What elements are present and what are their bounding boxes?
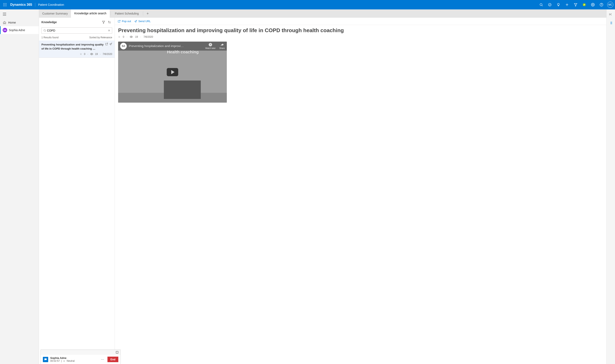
search-icon [43, 29, 46, 32]
session-name: Sophia Adne [9, 28, 25, 32]
svg-point-2 [6, 3, 7, 4]
knowledge-search-box[interactable]: ✕ [41, 27, 112, 34]
popout-button[interactable]: Pop out [118, 20, 131, 23]
task-icon[interactable] [546, 1, 554, 9]
tab-knowledge-search[interactable]: Knowledge article search [71, 9, 109, 18]
app-title: Dynamics 365 [10, 3, 35, 7]
user-avatar[interactable]: MC [607, 2, 613, 8]
session-widget-name: Sophia Adne [50, 356, 98, 360]
svg-point-25 [44, 29, 45, 31]
results-count: 1 Results found [41, 36, 58, 39]
svg-marker-14 [574, 3, 577, 6]
article-date: 7/6/2020 [144, 35, 153, 38]
svg-marker-24 [102, 21, 105, 24]
watch-later-icon[interactable]: Watch later [205, 43, 216, 49]
header-actions: MC [537, 1, 613, 9]
home-icon [3, 21, 6, 24]
left-sidebar: Home SA Sophia Adne [0, 9, 39, 364]
end-button[interactable]: End [108, 357, 118, 362]
svg-point-0 [3, 3, 4, 4]
collapse-icon[interactable] [608, 12, 614, 17]
video-title: Preventing hospitalization and improvi… [129, 44, 203, 48]
session-avatar: SA [3, 28, 7, 32]
sidebar-item-home[interactable]: Home [0, 19, 39, 26]
svg-point-1 [5, 3, 5, 4]
sendurl-label: Send URL [138, 20, 151, 23]
session-sentiment: Neutral [67, 360, 75, 362]
more-icon[interactable]: ⋯ [100, 357, 105, 361]
result-rating: 0 [84, 53, 85, 55]
svg-point-8 [6, 6, 7, 6]
eye-icon [90, 53, 93, 55]
hamburger-icon[interactable] [0, 9, 39, 19]
app-subtitle: Patient Coordination [38, 3, 64, 6]
sentiment-icon: ☺ [63, 360, 65, 362]
tab-add-button[interactable] [144, 12, 151, 15]
tab-separator [143, 12, 143, 15]
svg-point-11 [548, 3, 551, 6]
send-icon[interactable] [109, 43, 112, 45]
article-views: 19 [135, 35, 138, 38]
svg-point-4 [5, 4, 5, 5]
search-icon[interactable] [537, 1, 545, 9]
presence-icon[interactable] [580, 1, 588, 9]
popout-icon[interactable] [105, 43, 108, 45]
svg-point-29 [131, 37, 132, 37]
knowledge-panel: Knowledge ✕ 1 Results found Sorted by Re… [39, 18, 115, 364]
sendurl-button[interactable]: Send URL [134, 20, 151, 23]
svg-point-27 [91, 54, 92, 54]
svg-line-26 [45, 31, 46, 32]
filter-icon[interactable] [101, 19, 107, 25]
knowledge-result[interactable]: Preventing hospitalization and improving… [39, 40, 115, 58]
svg-point-3 [3, 4, 4, 5]
chat-icon [43, 357, 48, 362]
result-views: 19 [95, 53, 98, 55]
share-icon[interactable]: Share [219, 43, 225, 49]
star-icon: ☆ [118, 35, 120, 38]
svg-point-5 [6, 4, 7, 5]
result-date: 7/6/2020 [103, 53, 112, 55]
video-avatar: SA [120, 43, 127, 49]
knowledge-title: Knowledge [41, 21, 101, 24]
tab-patient-scheduling[interactable]: Patient Scheduling [111, 9, 142, 18]
right-rail [606, 9, 615, 364]
tab-strip: Customer Summary Knowledge article searc… [39, 9, 606, 18]
top-header: Dynamics 365 Patient Coordination MC [0, 0, 615, 9]
popout-label: Pop out [122, 20, 131, 23]
funnel-icon[interactable] [572, 1, 580, 9]
sort-icon[interactable] [107, 19, 112, 25]
main-area: Customer Summary Knowledge article searc… [39, 9, 606, 364]
sort-label: Sorted by Relevance [89, 36, 112, 39]
article-title: Preventing hospitalization and improving… [118, 27, 603, 34]
tab-customer-summary[interactable]: Customer Summary [39, 9, 71, 18]
video-scene-text: Health coaching [167, 50, 199, 54]
svg-point-16 [592, 4, 593, 5]
tab-separator [110, 12, 111, 15]
session-timer: 00:02:57 [50, 360, 60, 362]
article-view: Pop out Send URL Preventing hospitalizat… [115, 18, 606, 364]
app-launcher-icon[interactable] [2, 1, 8, 8]
svg-point-9 [540, 3, 542, 6]
svg-rect-28 [116, 351, 118, 353]
maximize-icon[interactable] [116, 351, 118, 353]
sidebar-session[interactable]: SA Sophia Adne [0, 26, 39, 34]
svg-point-6 [3, 6, 4, 6]
session-widget: Sophia Adne 00:02:57 | ☺ Neutral ⋯ End [41, 350, 121, 364]
svg-point-18 [601, 5, 602, 6]
play-icon[interactable] [167, 68, 178, 76]
svg-point-7 [5, 6, 5, 6]
clear-icon[interactable]: ✕ [108, 29, 110, 32]
productivity-icon[interactable] [608, 20, 614, 26]
eye-icon [130, 35, 133, 38]
svg-line-10 [542, 5, 543, 6]
video-player[interactable]: Health coaching SA Preventing hospitaliz… [118, 42, 227, 103]
plus-icon[interactable] [563, 1, 571, 9]
lightbulb-icon[interactable] [554, 1, 562, 9]
knowledge-search-input[interactable] [46, 28, 108, 33]
help-icon[interactable] [597, 1, 606, 9]
star-icon: ☆ [80, 53, 82, 55]
article-rating: 0 [123, 35, 124, 38]
sidebar-home-label: Home [8, 21, 16, 24]
gear-icon[interactable] [589, 1, 597, 9]
result-title: Preventing hospitalization and improving… [41, 43, 104, 51]
